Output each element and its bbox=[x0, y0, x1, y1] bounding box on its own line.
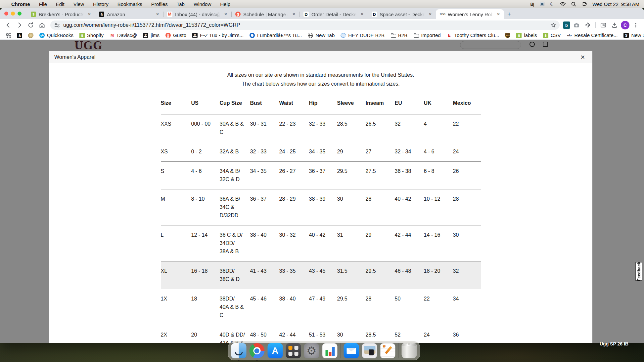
desktop-file-label[interactable]: Ugg SP 26 IB bbox=[600, 341, 628, 346]
dock-item-pages[interactable] bbox=[380, 343, 395, 358]
table-cell: 36 - 38 bbox=[395, 162, 424, 189]
dock-item-mail[interactable] bbox=[344, 343, 359, 358]
bookmark-grid[interactable] bbox=[3, 32, 13, 39]
bookmark-star-icon[interactable] bbox=[548, 20, 558, 30]
new-tab-button[interactable]: + bbox=[504, 11, 514, 19]
dock-item-settings[interactable] bbox=[304, 343, 319, 358]
downloads-icon[interactable] bbox=[610, 20, 620, 30]
reload-button[interactable] bbox=[26, 20, 36, 30]
menu-bookmarks[interactable]: Bookmarks bbox=[117, 1, 142, 7]
tab-close-icon[interactable]: ✕ bbox=[495, 11, 501, 17]
bookmark-lumbardi-s-tu[interactable]: Lumbardiâ€™s Tu... bbox=[247, 32, 304, 39]
wifi-icon[interactable] bbox=[560, 2, 566, 6]
bookmark-amazon[interactable] bbox=[15, 32, 24, 39]
menu-tab[interactable]: Tab bbox=[177, 1, 185, 7]
bookmark-csv[interactable]: CSV bbox=[541, 32, 563, 39]
profile-avatar[interactable]: C bbox=[621, 21, 629, 29]
tab-space-asset-deckers-asset[interactable]: Space asset - Deckers Asset✕ bbox=[368, 9, 436, 19]
bookmark-uline[interactable] bbox=[26, 32, 36, 39]
forward-button[interactable] bbox=[15, 20, 24, 30]
bookmark-new-5[interactable]: New 5* bbox=[621, 32, 644, 39]
bookmark-shopify[interactable]: Shopify bbox=[77, 32, 106, 39]
table-cell: 42 - 44 bbox=[279, 325, 309, 343]
extensions-puzzle-icon[interactable] bbox=[583, 20, 593, 30]
table-cell: 36 C & D/ 34DD/ 38A & B bbox=[220, 225, 250, 261]
calculator-icon bbox=[286, 343, 301, 358]
home-button[interactable] bbox=[37, 20, 47, 30]
bookmark-label: CSV bbox=[551, 32, 561, 38]
table-cell: 28.5 bbox=[366, 325, 395, 343]
bookmark-toothy-critters-clu[interactable]: Toothy Critters Clu... bbox=[444, 32, 502, 39]
do-not-disturb-icon[interactable]: ☾ bbox=[550, 1, 554, 7]
tab-amazon[interactable]: Amazon✕ bbox=[95, 9, 163, 19]
dock bbox=[228, 341, 420, 360]
bookmark-b2b[interactable]: B2B bbox=[388, 32, 410, 39]
menu-chrome[interactable]: Chrome bbox=[11, 1, 30, 7]
minimize-window-button[interactable] bbox=[11, 12, 15, 16]
tab-close-icon[interactable]: ✕ bbox=[223, 11, 229, 17]
tab-inbox-44-davisc-brekkens[interactable]: Inbox (44) - davisc@brekkens✕ bbox=[163, 9, 231, 19]
table-cell: 27 bbox=[366, 142, 395, 161]
column-header-mexico: Mexico bbox=[453, 97, 481, 114]
bookmark-jims[interactable]: jims bbox=[141, 32, 162, 39]
dock-item-finder[interactable] bbox=[231, 343, 246, 358]
dock-item-calculator[interactable] bbox=[286, 343, 301, 358]
tab-close-icon[interactable]: ✕ bbox=[155, 11, 161, 17]
site-info-icon[interactable] bbox=[54, 22, 60, 28]
bookmark-gusto[interactable]: Gusto bbox=[163, 32, 189, 39]
table-row-xxs: XXS000 - 0030A & B & C30 - 3122 - 2332 -… bbox=[161, 114, 481, 142]
globe-icon bbox=[308, 33, 313, 38]
bookmark-labels[interactable]: labels bbox=[514, 32, 539, 39]
control-center-icon[interactable] bbox=[582, 2, 587, 6]
menu-view[interactable]: View bbox=[73, 1, 84, 7]
camera-extension-icon[interactable] bbox=[572, 20, 581, 30]
tab-schedule-manage-schedules[interactable]: Schedule | Manage schedules✕ bbox=[231, 9, 299, 19]
tab-order-detail-deckers-b2b-o[interactable]: Order Detail - Deckers B2B O✕ bbox=[299, 9, 368, 19]
dock-item-chrome[interactable] bbox=[249, 343, 264, 358]
bookmark-imported[interactable]: Imported bbox=[411, 32, 443, 39]
dock-item-trash[interactable] bbox=[401, 343, 417, 358]
feedback-tab[interactable]: Feedback bbox=[635, 262, 642, 281]
back-button[interactable] bbox=[3, 20, 13, 30]
bookmark-ups[interactable] bbox=[503, 32, 513, 39]
close-window-button[interactable] bbox=[4, 12, 8, 16]
shopify-icon bbox=[543, 33, 548, 38]
bookmark-label: Lumbardiâ€™s Tu... bbox=[257, 32, 302, 38]
tab-brekken-s-products-ugg[interactable]: Brekken's · Products · UGG®✕ bbox=[27, 9, 95, 19]
bookmark-davisc[interactable]: Davisc@ bbox=[107, 32, 139, 39]
bookmark-resale-certificate[interactable]: Resale Certificate... bbox=[565, 32, 620, 39]
menu-edit[interactable]: Edit bbox=[56, 1, 65, 7]
modal-close-icon[interactable]: ✕ bbox=[578, 53, 587, 61]
chrome-menu-icon[interactable] bbox=[631, 20, 641, 30]
tab-close-icon[interactable]: ✕ bbox=[86, 11, 92, 17]
extension-b-icon[interactable]: b bbox=[563, 21, 570, 29]
dock-item-preview[interactable] bbox=[362, 343, 377, 358]
bookmark-hey-dude-b2b[interactable]: HEY DUDE B2B bbox=[338, 32, 387, 39]
numbers-icon bbox=[322, 343, 337, 358]
bookmark-new-tab[interactable]: New Tab bbox=[305, 32, 337, 39]
table-cell: 52 bbox=[395, 325, 424, 343]
spotlight-icon[interactable] bbox=[571, 2, 576, 7]
app-status-icon[interactable] bbox=[540, 2, 544, 6]
dock-item-numbers[interactable] bbox=[322, 343, 337, 358]
tab-close-icon[interactable]: ✕ bbox=[427, 11, 433, 17]
table-cell: 40 - 42 bbox=[395, 189, 424, 225]
dock-item-appstore[interactable] bbox=[267, 343, 283, 358]
address-bar[interactable]: ugg.com/women/lenny-robe-ii/1153772.html… bbox=[50, 20, 560, 30]
bookmark-quickbooks[interactable]: QuickBooks bbox=[37, 32, 76, 39]
table-cell: 4 - 6 bbox=[424, 142, 453, 161]
zoom-window-button[interactable] bbox=[18, 12, 22, 16]
url-text[interactable]: ugg.com/women/lenny-robe-ii/1153772.html… bbox=[63, 22, 548, 28]
bitwarden-icon[interactable]: B| bbox=[530, 2, 534, 7]
tab-search-icon[interactable] bbox=[598, 20, 608, 30]
tab-women-s-lenny-robe-ii-ugg[interactable]: Women's Lenny Robe II | UGG✕ bbox=[436, 9, 504, 19]
tab-close-icon[interactable]: ✕ bbox=[291, 11, 297, 17]
menu-history[interactable]: History bbox=[93, 1, 109, 7]
bookmark-e-z-tux-by-jim-s[interactable]: E-Z Tux - by Jim's... bbox=[190, 32, 246, 39]
menu-file[interactable]: File bbox=[39, 1, 47, 7]
tab-close-icon[interactable]: ✕ bbox=[359, 11, 365, 17]
menu-window[interactable]: Window bbox=[194, 1, 211, 7]
menu-help[interactable]: Help bbox=[220, 1, 230, 7]
menu-profiles[interactable]: Profiles bbox=[151, 1, 168, 7]
table-cell: 38 - 39 bbox=[309, 189, 337, 225]
